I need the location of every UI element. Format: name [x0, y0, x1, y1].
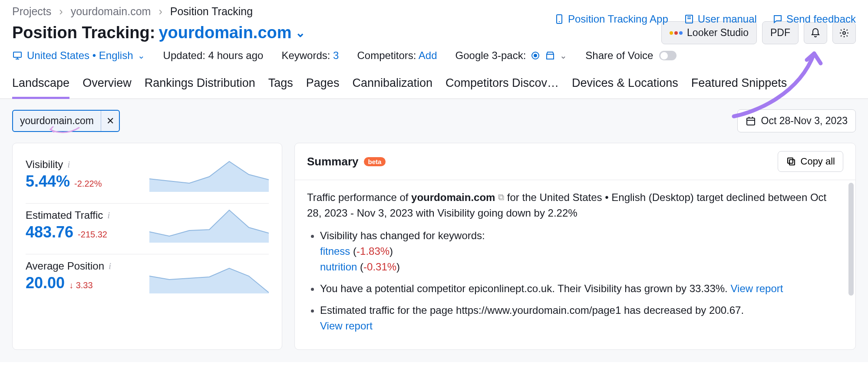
- tab-overview[interactable]: Overview: [83, 74, 132, 99]
- svg-rect-16: [789, 160, 795, 165]
- breadcrumb-item: Position Tracking: [170, 5, 253, 18]
- tab-pages[interactable]: Pages: [306, 74, 340, 99]
- breadcrumb-item[interactable]: Projects: [12, 5, 51, 18]
- sparkline-chart: [149, 157, 269, 192]
- keyword-link[interactable]: nutrition: [320, 261, 357, 273]
- remove-filter-button[interactable]: ✕: [101, 111, 119, 131]
- summary-lead: Traffic performance of yourdomain.com ⧉ …: [307, 190, 843, 221]
- beta-badge: beta: [364, 157, 386, 166]
- desktop-icon: [12, 50, 23, 61]
- business-icon[interactable]: [545, 50, 555, 61]
- updated-label: Updated: 4 hours ago: [163, 49, 264, 62]
- location-selector[interactable]: United States • English ⌄: [12, 49, 145, 62]
- info-icon[interactable]: i: [107, 210, 110, 221]
- chevron-right-icon: ›: [59, 5, 63, 18]
- domain-filter-chip: yourdomain.com ✕: [12, 110, 120, 132]
- svg-rect-17: [788, 158, 793, 163]
- summary-title: Summary: [307, 155, 359, 168]
- tab-landscape[interactable]: Landscape: [12, 74, 69, 99]
- position-tracking-app-link[interactable]: Position Tracking App: [554, 13, 668, 25]
- info-icon[interactable]: i: [67, 159, 70, 170]
- svg-point-10: [534, 54, 537, 57]
- sparkline-chart: [149, 208, 269, 243]
- metric-value[interactable]: 20.00 ↓ 3.33: [26, 274, 142, 292]
- svg-rect-12: [747, 118, 755, 125]
- metric-delta: -215.32: [78, 230, 107, 240]
- chat-icon: [772, 14, 783, 24]
- competitors-stat: Competitors: Add: [357, 49, 437, 62]
- chevron-right-icon: ›: [158, 5, 162, 18]
- keywords-link[interactable]: 3: [333, 49, 339, 61]
- summary-body: Traffic performance of yourdomain.com ⧉ …: [295, 180, 855, 349]
- metric-value[interactable]: 483.76 -215.32: [26, 223, 142, 241]
- tab-tags[interactable]: Tags: [268, 74, 293, 99]
- summary-card: Summary beta Copy all Traffic performanc…: [294, 143, 856, 350]
- bell-icon: [810, 28, 821, 38]
- competitors-add-link[interactable]: Add: [419, 49, 437, 61]
- metric-delta: ↓ 3.33: [69, 280, 92, 290]
- domain-dropdown[interactable]: yourdomain.com: [158, 23, 291, 42]
- sparkline-chart: [149, 259, 269, 293]
- summary-item: Estimated traffic for the page https://w…: [320, 303, 843, 334]
- scrollbar[interactable]: [848, 183, 854, 296]
- copy-all-button[interactable]: Copy all: [778, 151, 843, 172]
- summary-item: You have a potential competitor epiconli…: [320, 281, 843, 296]
- book-icon: [684, 14, 694, 24]
- chevron-down-icon[interactable]: ⌄: [295, 26, 305, 40]
- target-icon[interactable]: [530, 50, 541, 61]
- google-3pack: Google 3-pack: ⌄: [455, 49, 568, 62]
- svg-point-5: [843, 32, 845, 34]
- user-manual-link[interactable]: User manual: [684, 13, 757, 25]
- gear-icon: [839, 28, 849, 38]
- metric-value[interactable]: 5.44% -2.22%: [26, 172, 142, 191]
- page-title: Position Tracking: yourdomain.com ⌄: [12, 23, 305, 42]
- tab-competitors-discovery[interactable]: Competitors Discov…: [446, 74, 559, 99]
- domain-filter-text[interactable]: yourdomain.com: [13, 111, 101, 131]
- metric-estimated-traffic: Estimated Traffic i 483.76 -215.32: [26, 204, 269, 254]
- chevron-down-icon[interactable]: ⌄: [560, 50, 567, 61]
- svg-rect-6: [13, 52, 21, 57]
- breadcrumb-item[interactable]: yourdomain.com: [71, 5, 151, 18]
- metrics-card: Visibility i 5.44% -2.22% Estimated Traf…: [12, 143, 282, 350]
- svg-rect-11: [547, 54, 554, 59]
- calendar-icon: [746, 116, 756, 126]
- view-report-link[interactable]: View report: [320, 320, 373, 332]
- metric-average-position: Average Position i 20.00 ↓ 3.33: [26, 254, 269, 305]
- send-feedback-link[interactable]: Send feedback: [772, 13, 856, 25]
- tab-devices-locations[interactable]: Devices & Locations: [572, 74, 678, 99]
- summary-item: Visibility has changed for keywords: fit…: [320, 228, 843, 275]
- tab-featured-snippets[interactable]: Featured Snippets: [691, 74, 787, 99]
- keyword-link[interactable]: fitness: [320, 245, 350, 257]
- copy-icon: [786, 156, 796, 167]
- looker-icon: [670, 31, 683, 35]
- chevron-down-icon: ⌄: [138, 50, 145, 61]
- date-range-selector[interactable]: Oct 28-Nov 3, 2023: [737, 109, 856, 132]
- info-icon[interactable]: i: [109, 260, 111, 272]
- share-of-voice: Share of Voice: [585, 49, 677, 62]
- mobile-icon: [554, 14, 564, 24]
- tab-rankings-distribution[interactable]: Rankings Distribution: [145, 74, 255, 99]
- tab-bar: Landscape Overview Rankings Distribution…: [0, 69, 868, 99]
- tab-cannibalization[interactable]: Cannibalization: [352, 74, 432, 99]
- external-link-icon[interactable]: ⧉: [498, 191, 504, 204]
- keywords-stat: Keywords: 3: [281, 49, 339, 62]
- metric-delta: -2.22%: [74, 179, 102, 189]
- metric-visibility: Visibility i 5.44% -2.22%: [26, 153, 269, 204]
- view-report-link[interactable]: View report: [730, 283, 783, 294]
- sov-toggle[interactable]: [659, 51, 677, 60]
